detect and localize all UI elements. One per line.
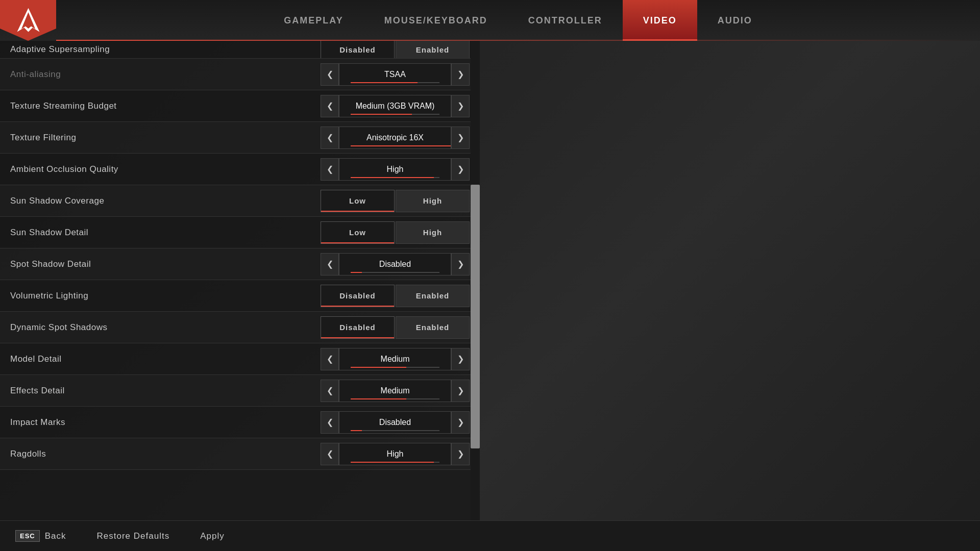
- impact-marks-next-btn[interactable]: ❯: [451, 411, 470, 434]
- model-detail-next-btn[interactable]: ❯: [451, 348, 470, 370]
- dynamic-spot-shadows-enabled-btn[interactable]: Enabled: [396, 316, 470, 339]
- texture-filtering-prev-btn[interactable]: ❮: [321, 127, 339, 149]
- ambient-occlusion-quality-prev-btn[interactable]: ❮: [321, 158, 339, 181]
- dynamic-spot-shadows-label: Dynamic Spot Shadows: [10, 322, 321, 333]
- spot-shadow-detail-control: ❮ Disabled ❯: [321, 253, 470, 276]
- setting-row-dynamic-spot-shadows: Dynamic Spot Shadows Disabled Enabled: [0, 312, 480, 343]
- setting-row-texture-filtering: Texture Filtering ❮ Anisotropic 16X ❯: [0, 122, 480, 154]
- texture-streaming-budget-value: Medium (3GB VRAM): [339, 95, 451, 117]
- restore-defaults-button[interactable]: Restore Defaults: [97, 531, 170, 541]
- right-panel: [480, 41, 980, 520]
- settings-panel: Adaptive Supersampling Disabled Enabled …: [0, 41, 480, 520]
- setting-row-adaptive-supersampling: Adaptive Supersampling Disabled Enabled: [0, 41, 480, 59]
- nav-tabs: GAMEPLAY MOUSE/KEYBOARD CONTROLLER VIDEO…: [56, 0, 980, 41]
- impact-marks-prev-btn[interactable]: ❮: [321, 411, 339, 434]
- ragdolls-control: ❮ High ❯: [321, 443, 470, 465]
- apply-button[interactable]: Apply: [200, 531, 225, 541]
- volumetric-lighting-disabled-btn[interactable]: Disabled: [321, 285, 395, 307]
- spot-shadow-detail-value: Disabled: [339, 253, 451, 276]
- setting-row-spot-shadow-detail: Spot Shadow Detail ❮ Disabled ❯: [0, 248, 480, 280]
- impact-marks-label: Impact Marks: [10, 417, 321, 428]
- setting-row-sun-shadow-coverage: Sun Shadow Coverage Low High: [0, 185, 480, 217]
- header: GAMEPLAY MOUSE/KEYBOARD CONTROLLER VIDEO…: [0, 0, 980, 41]
- ragdolls-prev-btn[interactable]: ❮: [321, 443, 339, 465]
- apex-logo: [0, 0, 56, 41]
- adaptive-supersampling-control: Disabled Enabled: [321, 41, 470, 59]
- model-detail-control: ❮ Medium ❯: [321, 348, 470, 370]
- setting-row-texture-streaming-budget: Texture Streaming Budget ❮ Medium (3GB V…: [0, 90, 480, 122]
- setting-row-ragdolls: Ragdolls ❮ High ❯: [0, 438, 480, 470]
- apply-label: Apply: [200, 531, 225, 541]
- dynamic-spot-shadows-disabled-btn[interactable]: Disabled: [321, 316, 395, 339]
- sun-shadow-detail-low-btn[interactable]: Low: [321, 221, 395, 244]
- texture-streaming-budget-prev-btn[interactable]: ❮: [321, 95, 339, 117]
- setting-row-sun-shadow-detail: Sun Shadow Detail Low High: [0, 217, 480, 248]
- model-detail-prev-btn[interactable]: ❮: [321, 348, 339, 370]
- settings-list: Adaptive Supersampling Disabled Enabled …: [0, 41, 480, 520]
- anti-aliasing-prev-btn[interactable]: ❮: [321, 63, 339, 86]
- setting-row-model-detail: Model Detail ❮ Medium ❯: [0, 343, 480, 375]
- back-label: Back: [45, 531, 66, 541]
- restore-defaults-label: Restore Defaults: [97, 531, 170, 541]
- tab-mouse-keyboard[interactable]: MOUSE/KEYBOARD: [364, 0, 508, 41]
- effects-detail-prev-btn[interactable]: ❮: [321, 380, 339, 402]
- scrollbar-thumb[interactable]: [471, 185, 480, 448]
- ambient-occlusion-quality-control: ❮ High ❯: [321, 158, 470, 181]
- effects-detail-label: Effects Detail: [10, 386, 321, 396]
- volumetric-lighting-label: Volumetric Lighting: [10, 291, 321, 301]
- model-detail-value: Medium: [339, 348, 451, 370]
- back-button[interactable]: ESC Back: [15, 530, 66, 542]
- scrollbar-track[interactable]: [471, 41, 480, 520]
- texture-streaming-budget-label: Texture Streaming Budget: [10, 101, 321, 111]
- volumetric-lighting-enabled-btn[interactable]: Enabled: [396, 285, 470, 307]
- ragdolls-next-btn[interactable]: ❯: [451, 443, 470, 465]
- impact-marks-value: Disabled: [339, 411, 451, 434]
- setting-row-impact-marks: Impact Marks ❮ Disabled ❯: [0, 407, 480, 438]
- anti-aliasing-label: Anti-aliasing: [10, 69, 321, 80]
- tab-video[interactable]: VIDEO: [623, 0, 697, 41]
- impact-marks-control: ❮ Disabled ❯: [321, 411, 470, 434]
- dynamic-spot-shadows-control: Disabled Enabled: [321, 316, 470, 339]
- tab-controller[interactable]: CONTROLLER: [508, 0, 623, 41]
- setting-row-ambient-occlusion-quality: Ambient Occlusion Quality ❮ High ❯: [0, 154, 480, 185]
- volumetric-lighting-control: Disabled Enabled: [321, 285, 470, 307]
- model-detail-label: Model Detail: [10, 354, 321, 364]
- texture-streaming-budget-control: ❮ Medium (3GB VRAM) ❯: [321, 95, 470, 117]
- effects-detail-next-btn[interactable]: ❯: [451, 380, 470, 402]
- anti-aliasing-next-btn[interactable]: ❯: [451, 63, 470, 86]
- adaptive-supersampling-disabled-btn[interactable]: Disabled: [321, 41, 395, 59]
- sun-shadow-detail-high-btn[interactable]: High: [396, 221, 470, 244]
- anti-aliasing-value: TSAA: [339, 63, 451, 86]
- spot-shadow-detail-label: Spot Shadow Detail: [10, 259, 321, 269]
- sun-shadow-coverage-low-btn[interactable]: Low: [321, 190, 395, 212]
- ambient-occlusion-quality-value: High: [339, 158, 451, 181]
- sun-shadow-detail-control: Low High: [321, 221, 470, 244]
- spot-shadow-detail-prev-btn[interactable]: ❮: [321, 253, 339, 276]
- effects-detail-control: ❮ Medium ❯: [321, 380, 470, 402]
- ambient-occlusion-quality-next-btn[interactable]: ❯: [451, 158, 470, 181]
- ragdolls-value: High: [339, 443, 451, 465]
- adaptive-supersampling-enabled-btn[interactable]: Enabled: [396, 41, 470, 59]
- setting-row-anti-aliasing: Anti-aliasing ❮ TSAA ❯: [0, 59, 480, 90]
- setting-row-effects-detail: Effects Detail ❮ Medium ❯: [0, 375, 480, 407]
- effects-detail-value: Medium: [339, 380, 451, 402]
- ragdolls-label: Ragdolls: [10, 449, 321, 459]
- ambient-occlusion-quality-label: Ambient Occlusion Quality: [10, 164, 321, 174]
- texture-streaming-budget-next-btn[interactable]: ❯: [451, 95, 470, 117]
- tab-gameplay[interactable]: GAMEPLAY: [263, 0, 363, 41]
- apex-logo-icon: [14, 7, 42, 35]
- tab-audio[interactable]: AUDIO: [697, 0, 773, 41]
- texture-filtering-next-btn[interactable]: ❯: [451, 127, 470, 149]
- texture-filtering-value: Anisotropic 16X: [339, 127, 451, 149]
- main-content: Adaptive Supersampling Disabled Enabled …: [0, 41, 980, 520]
- bottom-bar: ESC Back Restore Defaults Apply: [0, 520, 980, 551]
- texture-filtering-label: Texture Filtering: [10, 133, 321, 143]
- esc-key-label: ESC: [15, 530, 40, 542]
- sun-shadow-coverage-label: Sun Shadow Coverage: [10, 196, 321, 206]
- header-accent: [56, 40, 980, 41]
- anti-aliasing-control: ❮ TSAA ❯: [321, 63, 470, 86]
- texture-filtering-control: ❮ Anisotropic 16X ❯: [321, 127, 470, 149]
- setting-row-volumetric-lighting: Volumetric Lighting Disabled Enabled: [0, 280, 480, 312]
- sun-shadow-coverage-high-btn[interactable]: High: [396, 190, 470, 212]
- spot-shadow-detail-next-btn[interactable]: ❯: [451, 253, 470, 276]
